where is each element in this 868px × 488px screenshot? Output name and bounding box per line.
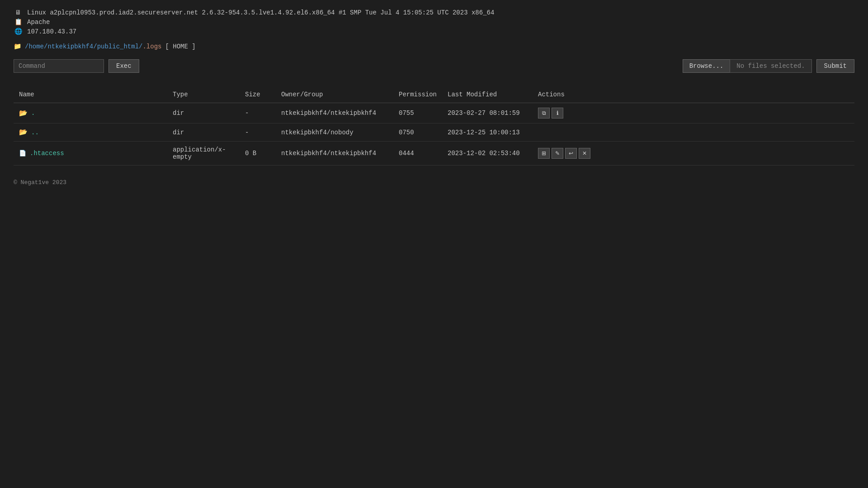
cell-permission: 0444 bbox=[393, 142, 442, 166]
cell-name: 📄.htaccess bbox=[14, 142, 167, 166]
path-line: 📁 /home/ntkekipbkhf4/public_html/.logs [… bbox=[14, 43, 854, 50]
cell-type: dir bbox=[167, 103, 240, 123]
system-info: 🖥 Linux a2plcpnl0953.prod.iad2.secureser… bbox=[14, 9, 854, 35]
path-link[interactable]: /home/ntkekipbkhf4/public_html/ bbox=[25, 43, 142, 50]
cell-permission: 0750 bbox=[393, 123, 442, 142]
linux-info-line: 🖥 Linux a2plcpnl0953.prod.iad2.secureser… bbox=[14, 9, 854, 16]
folder-link[interactable]: .. bbox=[31, 129, 39, 136]
cell-modified: 2023-02-27 08:01:59 bbox=[442, 103, 533, 123]
ip-text: 107.180.43.37 bbox=[27, 28, 76, 35]
file-link[interactable]: .htaccess bbox=[30, 150, 64, 157]
linux-icon: 🖥 bbox=[14, 9, 23, 16]
ip-info-line: 🌐 107.180.43.37 bbox=[14, 28, 854, 35]
cell-owner: ntkekipbkhf4/ntkekipbkhf4 bbox=[276, 103, 393, 123]
cell-owner: ntkekipbkhf4/ntkekipbkhf4 bbox=[276, 142, 393, 166]
browse-button[interactable]: Browse... bbox=[683, 59, 730, 73]
submit-button[interactable]: Submit bbox=[816, 59, 854, 73]
path-folder-icon: 📁 bbox=[14, 43, 21, 50]
cell-type: dir bbox=[167, 123, 240, 142]
command-input[interactable] bbox=[14, 59, 104, 73]
table-header: Name Type Size Owner/Group Permission La… bbox=[14, 86, 854, 103]
cell-permission: 0755 bbox=[393, 103, 442, 123]
cell-size: - bbox=[240, 103, 276, 123]
header-permission: Permission bbox=[393, 86, 442, 103]
exec-button[interactable]: Exec bbox=[108, 59, 139, 73]
folder-link[interactable]: . bbox=[31, 109, 35, 117]
cell-name: 📂.. bbox=[14, 123, 167, 142]
folder-icon: 📂 bbox=[19, 128, 28, 137]
ip-icon: 🌐 bbox=[14, 28, 23, 35]
cell-size: - bbox=[240, 123, 276, 142]
table-row: 📂.dir-ntkekipbkhf4/ntkekipbkhf407552023-… bbox=[14, 103, 854, 123]
file-table: Name Type Size Owner/Group Permission La… bbox=[14, 86, 854, 166]
file-display: No files selected. bbox=[730, 59, 811, 73]
edit-button[interactable]: ✎ bbox=[552, 148, 563, 159]
cell-actions bbox=[533, 123, 854, 142]
table-row: 📂..dir-ntkekipbkhf4/nobody07502023-12-25… bbox=[14, 123, 854, 142]
cell-type: application/x-empty bbox=[167, 142, 240, 166]
folder-icon: 📂 bbox=[19, 109, 28, 118]
info-button[interactable]: ℹ bbox=[552, 108, 563, 118]
path-logs: .logs bbox=[142, 43, 161, 50]
path-display: /home/ntkekipbkhf4/public_html/.logs bbox=[25, 43, 161, 50]
linux-info-text: Linux a2plcpnl0953.prod.iad2.secureserve… bbox=[27, 9, 494, 16]
header-size: Size bbox=[240, 86, 276, 103]
cell-modified: 2023-12-02 02:53:40 bbox=[442, 142, 533, 166]
path-suffix: [ HOME ] bbox=[165, 43, 195, 50]
apache-icon: 📋 bbox=[14, 18, 23, 26]
apache-info-line: 📋 Apache bbox=[14, 18, 854, 26]
toolbar: Exec Browse... No files selected. Submit bbox=[14, 59, 854, 73]
header-name: Name bbox=[14, 86, 167, 103]
delete-button[interactable]: ✕ bbox=[579, 148, 590, 159]
header-type: Type bbox=[167, 86, 240, 103]
header-modified: Last Modified bbox=[442, 86, 533, 103]
copyright: © Negat1ve 2023 bbox=[14, 179, 66, 186]
cell-size: 0 B bbox=[240, 142, 276, 166]
cell-actions: ⊞✎↩✕ bbox=[533, 142, 854, 166]
apache-text: Apache bbox=[27, 19, 50, 26]
cell-owner: ntkekipbkhf4/nobody bbox=[276, 123, 393, 142]
view-button[interactable]: ⊞ bbox=[538, 148, 550, 159]
cell-modified: 2023-12-25 10:00:13 bbox=[442, 123, 533, 142]
table-row: 📄.htaccessapplication/x-empty0 Bntkekipb… bbox=[14, 142, 854, 166]
footer: © Negat1ve 2023 bbox=[14, 179, 854, 186]
copy-button[interactable]: ⧉ bbox=[538, 108, 550, 118]
header-owner: Owner/Group bbox=[276, 86, 393, 103]
cell-actions: ⧉ℹ bbox=[533, 103, 854, 123]
table-body: 📂.dir-ntkekipbkhf4/ntkekipbkhf407552023-… bbox=[14, 103, 854, 166]
cell-name: 📂. bbox=[14, 103, 167, 123]
file-icon: 📄 bbox=[19, 150, 26, 157]
header-actions: Actions bbox=[533, 86, 854, 103]
rename-button[interactable]: ↩ bbox=[565, 148, 577, 159]
file-upload-area: Browse... No files selected. Submit bbox=[683, 59, 854, 73]
